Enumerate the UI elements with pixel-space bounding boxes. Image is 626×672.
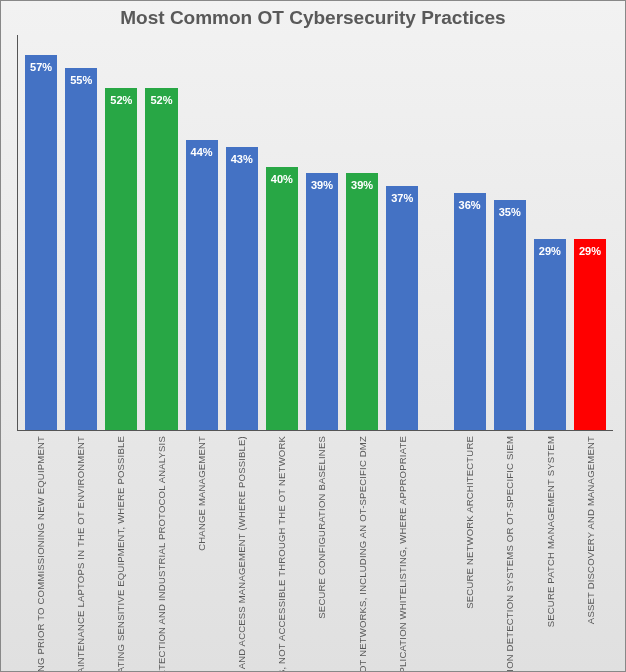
bar-value-label: 40% [271,167,293,185]
chart-bar: 44% [186,140,218,430]
chart-title: Most Common OT Cybersecurity Practices [1,1,625,33]
bar-value-label: 35% [499,200,521,218]
chart-plot-area: 57%55%52%52%44%43%40%39%39%37%36%35%29%2… [17,35,613,431]
x-axis-category-label: ASSET DISCOVERY AND MANAGEMENT [584,436,595,624]
x-axis-category-label: CHANGE MANAGEMENT [195,436,206,551]
x-axis-category-label: PHYSICALLY LOCKING AND ISOLATING SENSITI… [115,436,126,672]
bar-value-label: 43% [231,147,253,165]
chart-x-axis-labels: VULNERABILITY ASSESSMENTS, WHERE APPROPR… [17,433,613,665]
x-axis-category-label: OT-SPECIFIC NETWORK DETECTION, INCLUDING… [155,436,166,672]
x-axis-category-label: VULNERABILITY ASSESSMENTS, WHERE APPROPR… [35,436,46,672]
bar-value-label: 57% [30,55,52,73]
chart-bar: 40% [266,167,298,430]
chart-bar: 29% [534,239,566,430]
x-axis-category-label: ISOLATED SAFETY SYSTEMS, INCLUDING PASSI… [276,436,287,672]
chart-bar: 29% [574,239,606,430]
x-axis-category-label: SECURE CONFIGURATION BASELINES [316,436,327,619]
x-axis-category-label: IDENTITY AND ACCESS MANAGEMENT (WHERE PO… [236,436,247,672]
x-axis-category-label: MANAGING USBS AND MAINTENANCE LAPTOPS IN… [75,436,86,672]
chart-bar: 57% [25,55,57,430]
bar-value-label: 55% [70,68,92,86]
bar-value-label: 39% [351,173,373,191]
chart-bar: 55% [65,68,97,430]
bar-value-label: 52% [110,88,132,106]
x-axis-category-label: STRONG NETWORK SEGMENTATION BETWEEN THE … [356,436,367,672]
chart-bar: 52% [105,88,137,430]
x-axis-category-label: INTRUSION DETECTION SYSTEMS OR OT-SPECIF… [504,436,515,672]
x-axis-category-label: SECURE PATCH MANAGEMENT SYSTEM [544,436,555,627]
bar-value-label: 39% [311,173,333,191]
chart-bar: 39% [346,173,378,430]
x-axis-category-label: SECURE NETWORK ARCHITECTURE [464,436,475,609]
bar-value-label: 36% [459,193,481,211]
chart-bar: 39% [306,173,338,430]
x-axis-category-label: MALICIOUS CODE DETECTION OR APPLICATION … [396,436,407,672]
bar-value-label: 29% [579,239,601,257]
bar-value-label: 29% [539,239,561,257]
chart-bar: 36% [454,193,486,430]
bar-value-label: 37% [391,186,413,204]
chart-bar: 37% [386,186,418,430]
bar-value-label: 52% [150,88,172,106]
chart-bar: 52% [145,88,177,430]
chart-bar: 43% [226,147,258,430]
chart-bar: 35% [494,200,526,430]
bar-value-label: 44% [191,140,213,158]
